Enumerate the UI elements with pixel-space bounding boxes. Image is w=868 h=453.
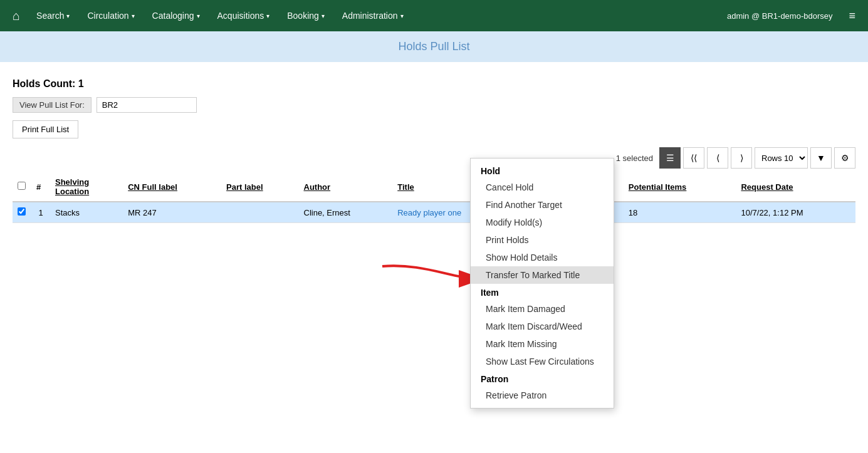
- col-shelving-location[interactable]: ShelvingLocation: [50, 172, 123, 202]
- toolbar-row: 1 selected ☰ ⟨⟨ ⟨ ⟩ Rows 10 Rows 25 Rows…: [13, 147, 855, 169]
- view-pull-label: View Pull List For:: [13, 97, 92, 113]
- select-all-checkbox[interactable]: [18, 182, 26, 190]
- chevron-down-icon: ▾: [266, 13, 269, 19]
- rows-down-button[interactable]: ▼: [810, 147, 832, 169]
- row-request-date: 10/7/22, 1:12 PM: [736, 202, 855, 223]
- col-potential-items[interactable]: Potential Items: [624, 172, 736, 202]
- view-pull-input[interactable]: [97, 97, 197, 113]
- next-page-button[interactable]: ⟩: [731, 147, 752, 169]
- col-author[interactable]: Author: [299, 172, 393, 202]
- settings-button[interactable]: ⚙: [834, 147, 855, 169]
- chevron-down-icon: ▾: [132, 13, 135, 19]
- nav-administration[interactable]: Administration ▾: [335, 6, 411, 26]
- context-menu: Hold Cancel HoldFind Another TargetModif…: [470, 158, 614, 229]
- col-part-label[interactable]: Part label: [221, 172, 298, 202]
- context-menu-item[interactable]: Modify Hold(s): [471, 214, 614, 229]
- hold-section-header: Hold: [471, 162, 614, 179]
- context-menu-item[interactable]: Find Another Target: [471, 196, 614, 214]
- actions-button[interactable]: ☰: [659, 147, 681, 169]
- user-info: admin @ BR1-demo-bdorsey: [719, 6, 840, 26]
- col-cn-full-label[interactable]: CN Full label: [123, 172, 221, 202]
- holds-table: # ShelvingLocation CN Full label Part la…: [13, 172, 855, 223]
- home-button[interactable]: ⌂: [6, 4, 26, 28]
- view-pull-list-row: View Pull List For:: [13, 97, 855, 113]
- rows-per-page-select[interactable]: Rows 10 Rows 25 Rows 50: [755, 147, 808, 169]
- context-menu-item[interactable]: Cancel Hold: [471, 179, 614, 196]
- chevron-down-icon: ▾: [197, 13, 200, 19]
- page-header: Holds Pull List: [0, 31, 868, 62]
- first-page-button[interactable]: ⟨⟨: [683, 147, 704, 169]
- row-num: 1: [31, 202, 50, 223]
- row-checkbox[interactable]: [18, 207, 26, 216]
- nav-circulation[interactable]: Circulation ▾: [80, 6, 142, 26]
- row-cn-full-label: MR 247: [123, 202, 221, 223]
- row-author: Cline, Ernest: [299, 202, 393, 223]
- page-title: Holds Pull List: [398, 40, 469, 53]
- row-part-label: [221, 202, 298, 223]
- print-full-list-button[interactable]: Print Full List: [13, 120, 78, 138]
- row-potential-items: 18: [624, 202, 736, 223]
- table-row: 1 Stacks MR 247 Cline, Ernest Ready play…: [13, 202, 855, 223]
- hamburger-menu-icon[interactable]: ≡: [842, 4, 862, 28]
- nav-acquisitions[interactable]: Acquisitions ▾: [210, 6, 278, 26]
- nav-booking[interactable]: Booking ▾: [280, 6, 332, 26]
- col-request-date[interactable]: Request Date: [736, 172, 855, 202]
- row-shelving-location: Stacks: [50, 202, 123, 223]
- main-content: Holds Count: 1 View Pull List For: Print…: [0, 72, 868, 229]
- top-navigation: ⌂ Search ▾ Circulation ▾ Cataloging ▾ Ac…: [0, 0, 868, 31]
- nav-cataloging[interactable]: Cataloging ▾: [145, 6, 207, 26]
- nav-search[interactable]: Search ▾: [29, 6, 77, 26]
- chevron-down-icon: ▾: [400, 13, 404, 19]
- holds-count: Holds Count: 1: [13, 78, 855, 90]
- chevron-down-icon: ▾: [66, 13, 70, 19]
- prev-page-button[interactable]: ⟨: [707, 147, 728, 169]
- chevron-down-icon: ▾: [322, 13, 325, 19]
- selected-count-text: 1 selected: [616, 154, 653, 163]
